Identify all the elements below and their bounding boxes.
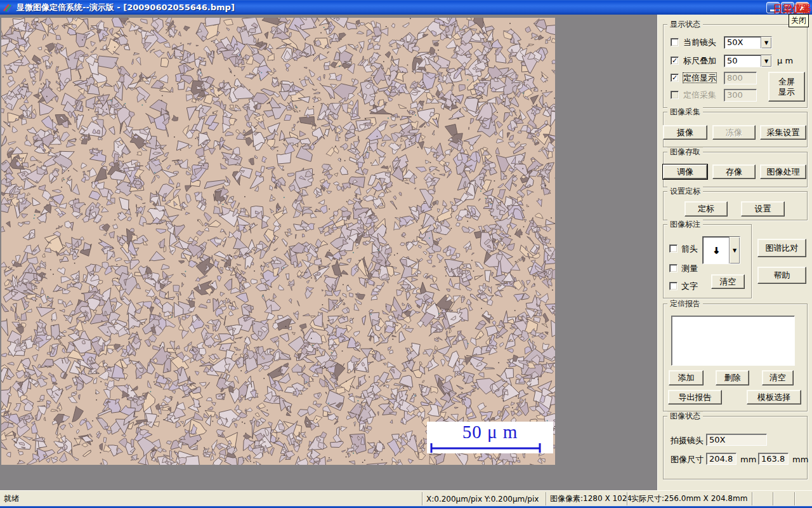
checkbox-arrow[interactable]: ✓ [669,244,678,253]
checkbox-fixed-display[interactable]: ✓ [671,74,679,82]
save-image-button[interactable]: 存像 [712,164,756,179]
scale-unit-label: μ m [777,56,793,65]
scalebar-text: 50 μ m [427,422,553,442]
group-report-label: 定倍报告 [667,299,703,308]
shoot-button[interactable]: 摄像 [663,125,707,140]
workspace: 50 μ m [0,15,657,490]
arrow-down-icon: ↓ [703,237,729,264]
lens-label: 拍摄镜头 [671,435,704,446]
arrow-style-combo[interactable]: ↓ ▼ [702,236,740,264]
fixed-display-field: 800 [724,72,757,84]
report-add-button[interactable]: 添加 [669,370,704,385]
current-lens-value: 50X [724,37,761,48]
checkbox-measure-label: 测量 [681,264,698,273]
report-delete-button[interactable]: 删除 [716,370,749,385]
scale-overlay-value: 50 [724,55,761,67]
image-width-unit: mm [740,455,756,464]
status-empty-2 [773,492,794,505]
close-tooltip: 关闭 [789,14,809,27]
status-empty-3 [794,492,812,505]
annotation-clear-button[interactable]: 清空 [711,274,745,289]
capture-settings-button[interactable]: 采集设置 [760,125,806,140]
fullscreen-button-line1: 全屏 [778,77,795,86]
checkbox-current-lens[interactable]: ✓ [671,38,679,46]
scale-overlay-combo[interactable]: 50 ▼ [724,55,772,67]
checkbox-scale-overlay[interactable]: ✓ [671,57,679,65]
calibrate-button[interactable]: 定标 [684,201,728,217]
fullscreen-button[interactable]: 全屏 显示 [768,72,805,102]
image-width-field: 204.8 [706,453,737,465]
checkbox-fixed-capture[interactable]: ✓ [671,91,679,99]
control-panel: 显示状态 ✓ 当前镜头 50X ▼ ✓ 标尺叠加 50 ▼ μ m ✓ 定倍显示… [657,15,812,490]
chevron-down-icon[interactable]: ▼ [761,37,771,48]
report-template-button[interactable]: 模板选择 [747,390,801,404]
group-calibration-label: 设置定标 [667,187,703,196]
status-empty-1 [752,492,773,505]
fixed-capture-field: 300 [724,89,757,102]
checkbox-text[interactable]: ✓ [669,282,678,290]
window-title: 显微图像定倍系统--演示版 - [20090602055646.bmp] [16,2,235,13]
group-storage-label: 图像存取 [667,147,703,156]
status-bar: 就绪 X:0.200μm/pix Y:0.200μm/pix 图像像素:1280… [0,490,812,506]
image-height-field: 163.8 [758,453,789,465]
freeze-button[interactable]: 冻像 [712,125,756,140]
status-ready: 就绪 [0,492,422,505]
scalebar-line [427,442,553,453]
chevron-down-icon[interactable]: ▼ [761,55,771,67]
image-size-label: 图像尺寸 [671,454,704,465]
group-image-status-label: 图像状态 [667,411,703,420]
checkbox-text-label: 文字 [681,281,698,291]
group-image-status: 图像状态 [663,416,808,479]
load-image-button[interactable]: 调像 [663,164,707,179]
image-height-unit: mm [792,455,808,464]
help-button[interactable]: 帮助 [757,267,806,284]
atlas-compare-button[interactable]: 图谱比对 [757,239,806,257]
group-annotation-label: 图像标注 [667,220,703,229]
image-process-button[interactable]: 图像处理 [760,164,806,179]
checkbox-current-lens-label: 当前镜头 [683,37,716,47]
title-bar: 显微图像定倍系统--演示版 - [20090602055646.bmp] × [0,0,812,15]
scalebar-overlay: 50 μ m [427,422,553,453]
status-actual-size: 实际尺寸:256.0mm X 204.8mm [627,492,752,505]
lens-value-field: 50X [706,434,767,446]
micrograph-image [1,18,555,465]
checkbox-fixed-capture-label: 定倍采集 [683,90,716,100]
report-export-button[interactable]: 导出报告 [668,390,722,404]
calibration-settings-button[interactable]: 设置 [741,201,785,217]
group-capture-label: 图像采集 [667,107,703,116]
checkbox-measure[interactable]: ✓ [669,264,678,272]
group-display-status-label: 显示状态 [667,20,703,29]
chevron-down-icon[interactable]: ▼ [729,237,740,264]
app-icon [3,3,13,13]
report-listbox[interactable] [671,316,795,366]
checkbox-arrow-label: 箭头 [681,244,698,253]
current-lens-combo[interactable]: 50X ▼ [724,36,772,49]
fullscreen-button-line2: 显示 [778,87,795,97]
status-image-pixels: 图像像素:1280 X 1024 [546,492,627,505]
report-clear-button[interactable]: 清空 [762,370,794,385]
checkbox-scale-overlay-label: 标尺叠加 [683,56,716,65]
status-pixel-scale: X:0.200μm/pix Y:0.200μm/pix [422,492,546,505]
checkbox-fixed-display-label: 定倍显示 [683,73,716,83]
